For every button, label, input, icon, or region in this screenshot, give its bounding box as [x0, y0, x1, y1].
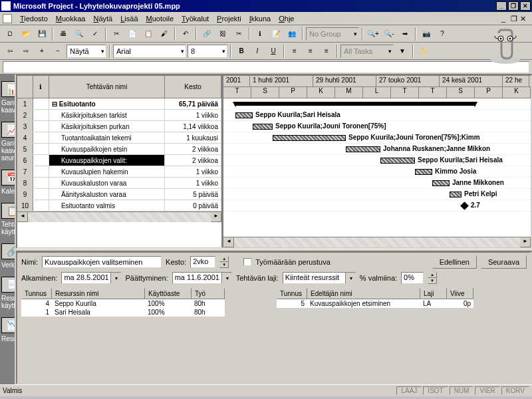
doc-minimize-button[interactable]: _ [501, 15, 511, 23]
task-name-cell[interactable]: Äänityskaluston varaa [49, 189, 165, 200]
open-button[interactable]: 📂 [19, 27, 33, 41]
minimize-button[interactable]: _ [496, 1, 507, 11]
gantt-row[interactable]: Seppo Kuurila;Jouni Toronen[75%];Kimm [223, 132, 531, 144]
duration-cell[interactable]: 0 päivää [165, 200, 221, 211]
show-subtasks-button[interactable]: + [35, 44, 49, 59]
task-info-cell[interactable] [33, 200, 49, 211]
task-name-cell[interactable]: Kuvauspaikkojen valit: [49, 155, 165, 166]
gantt-row[interactable]: Johanna Ruskanen;Janne Mikkon [223, 144, 531, 155]
gantt-row[interactable]: Seppo Kuurila;Jouni Toronen[75%] [223, 121, 531, 132]
unlink-button[interactable]: ⛓ [215, 27, 230, 41]
goto-button[interactable]: ➡ [398, 27, 412, 41]
group-combo[interactable]: No Group [306, 27, 359, 41]
row-number[interactable]: 9 [17, 189, 33, 200]
task-name-cell[interactable]: Esituotanto valmis [49, 200, 165, 211]
pred-header[interactable]: Edeltäjän nimi [307, 288, 420, 299]
row-number[interactable]: 2 [17, 110, 33, 120]
gantt-hscroll[interactable]: ◄► [223, 237, 531, 247]
gantt-row[interactable]: 2.7 [223, 200, 531, 211]
gantt-task-bar[interactable] [273, 135, 346, 141]
gantt-task-bar[interactable] [432, 180, 450, 186]
task-row[interactable]: 5 Kuvauspaikkojen etsin 2 viikkoa [17, 144, 221, 155]
res-header[interactable]: Tunnus [21, 288, 52, 299]
task-info-cell[interactable] [33, 121, 49, 132]
maximize-button[interactable]: ❐ [508, 1, 519, 11]
show-combo[interactable]: Näytä [66, 45, 106, 58]
task-hscroll[interactable]: ◄► [17, 211, 221, 222]
gantt-task-bar[interactable] [415, 169, 432, 175]
task-row[interactable]: 4 Tuotantoaikatain tekemi 1 kuukausi [17, 132, 221, 144]
duration-cell[interactable]: 2 viikkoa [165, 155, 221, 166]
viewbar-item-6[interactable]: 📉Resurssikaa... [0, 313, 15, 346]
align-left-button[interactable]: ≡ [287, 44, 302, 59]
duration-cell[interactable]: 1 viikko [165, 110, 221, 120]
duration-spinner[interactable]: ▲▼ [219, 256, 229, 268]
task-name-cell[interactable]: Käsikirjoituksen tarkist [49, 110, 165, 120]
font-combo[interactable]: Arial [113, 45, 186, 58]
format-painter-button[interactable]: 🖌 [157, 27, 172, 41]
bold-button[interactable]: B [234, 44, 249, 59]
pred-header[interactable]: Laji [420, 288, 447, 299]
resources-table[interactable]: TunnusResurssin nimiKäyttöasteTyö 4 Sepp… [21, 288, 271, 317]
task-info-cell[interactable] [33, 144, 49, 154]
viewbar-item-1[interactable]: 📈Gantt-kaavion seuranta [0, 118, 15, 166]
task-info-cell[interactable] [33, 155, 49, 166]
duration-cell[interactable]: 1 viikko [165, 178, 221, 188]
filter-combo[interactable]: All Tasks [340, 45, 394, 58]
underline-button[interactable]: U [266, 44, 281, 59]
hide-subtasks-button[interactable]: − [51, 44, 65, 59]
row-number[interactable]: 6 [17, 155, 33, 166]
pred-header[interactable]: Viive [447, 288, 473, 299]
next-button[interactable]: Seuraava [481, 255, 527, 269]
duration-cell[interactable]: 1,14 viikkoa [165, 121, 221, 132]
predecessors-table[interactable]: TunnusEdeltäjän nimiLajiViive 5 Kuvauspa… [277, 288, 527, 317]
menu-projekti[interactable]: Projekti [213, 13, 245, 24]
task-info-cell[interactable] [33, 166, 49, 177]
viewbar-item-5[interactable]: 📑Resurssien käyttö [0, 273, 15, 313]
gantt-task-bar[interactable] [450, 192, 462, 198]
task-info-cell[interactable] [33, 189, 49, 200]
tasktype-combo[interactable]: Kiinteät resurssit▾ [283, 272, 356, 284]
menu-lisää[interactable]: Lisää [116, 13, 142, 24]
info-header[interactable]: ℹ [33, 76, 49, 98]
gantt-row[interactable]: Kimmo Josia [223, 166, 531, 178]
menu-muotoile[interactable]: Muotoile [142, 13, 178, 24]
row-number[interactable]: 1 [17, 98, 33, 109]
duration-header[interactable]: Kesto [165, 76, 221, 98]
close-button[interactable]: ✕ [520, 1, 531, 11]
italic-button[interactable]: I [250, 44, 265, 59]
gantt-milestone[interactable] [460, 201, 469, 210]
pct-spinner[interactable]: ▲▼ [428, 272, 437, 284]
gantt-row[interactable] [223, 98, 531, 110]
res-header[interactable]: Työ [192, 288, 225, 299]
pred-header[interactable]: Tunnus [277, 288, 307, 299]
gantt-row[interactable]: Petri Kelpi [223, 189, 531, 200]
menu-muokkaa[interactable]: Muokkaa [52, 13, 90, 24]
entry-field[interactable] [3, 61, 529, 73]
row-number[interactable]: 3 [17, 121, 33, 132]
align-center-button[interactable]: ≡ [303, 44, 318, 59]
task-name-cell[interactable]: ⊟ Esituotanto [49, 98, 165, 109]
predecessor-row[interactable]: 5 Kuvauspaikkojen etsiminen LA 0p [277, 299, 527, 308]
row-number[interactable]: 7 [17, 166, 33, 177]
taskname-header[interactable]: Tehtävän nimi [49, 76, 165, 98]
task-row[interactable]: 9 Äänityskaluston varaa 5 päivää [17, 189, 221, 200]
duration-field[interactable]: 2vko [190, 256, 215, 268]
duration-cell[interactable]: 2 viikkoa [165, 144, 221, 154]
viewbar-item-0[interactable]: 📊Gantt-kaavio [0, 77, 15, 118]
menu-tiedosto[interactable]: Tiedosto [16, 13, 52, 24]
start-date-field[interactable]: ma 28.5.2001▾ [61, 272, 121, 284]
task-row[interactable]: 3 Käsikirjoituksen purkan 1,14 viikkoa [17, 121, 221, 132]
rownum-header[interactable] [17, 76, 33, 98]
task-row[interactable]: 2 Käsikirjoituksen tarkist 1 viikko [17, 110, 221, 121]
res-header[interactable]: Käyttöaste [145, 288, 192, 299]
viewbar-item-3[interactable]: 📋Tehtävien käyttö [0, 199, 15, 239]
align-right-button[interactable]: ≡ [319, 44, 334, 59]
help-button[interactable]: ? [435, 27, 450, 41]
menu-näytä[interactable]: Näytä [89, 13, 116, 24]
menu-työkalut[interactable]: Työkalut [178, 13, 213, 24]
viewbar-item-2[interactable]: 📅Kalenteri [0, 166, 15, 199]
paste-button[interactable]: 📋 [141, 27, 156, 41]
zoom-out-button[interactable]: 🔍- [382, 27, 396, 41]
duration-cell[interactable]: 1 viikko [165, 166, 221, 177]
